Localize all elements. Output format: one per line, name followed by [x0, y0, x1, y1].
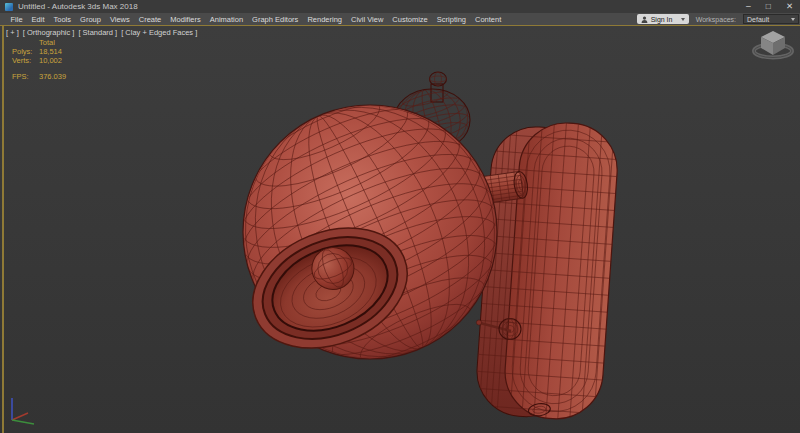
sign-in-button[interactable]: Sign In — [637, 14, 689, 24]
menu-modifiers[interactable]: Modifiers — [166, 15, 205, 24]
3ds-max-app-icon — [5, 3, 13, 11]
close-button[interactable]: ✕ — [786, 0, 793, 13]
menu-items: File Edit Tools Group Views Create Modif… — [0, 15, 505, 24]
viewcube[interactable] — [754, 31, 792, 58]
world-axis-tripod-icon — [12, 398, 34, 424]
title-bar: Untitled - Autodesk 3ds Max 2018 – □ ✕ — [0, 0, 800, 13]
menu-file[interactable]: File — [6, 15, 27, 24]
viewport-standard-menu[interactable]: [ Standard ] — [78, 28, 117, 37]
window-title: Untitled - Autodesk 3ds Max 2018 — [18, 2, 138, 11]
menu-tools[interactable]: Tools — [49, 15, 76, 24]
menu-graph-editors[interactable]: Graph Editors — [248, 15, 303, 24]
minimize-button[interactable]: – — [746, 0, 751, 13]
viewport-plus-menu[interactable]: [ + ] — [6, 28, 19, 37]
model-wall-plate — [472, 116, 623, 424]
person-icon — [641, 16, 648, 23]
3ds-max-window: Untitled - Autodesk 3ds Max 2018 – □ ✕ F… — [0, 0, 800, 433]
sign-in-label: Sign In — [651, 16, 673, 23]
stats-verts-value: 10,002 — [39, 56, 66, 65]
menu-group[interactable]: Group — [76, 15, 106, 24]
chevron-down-icon — [681, 18, 685, 21]
viewport-label: [ + ] [ Orthographic ] [ Standard ] [ Cl… — [6, 28, 197, 37]
menu-customize[interactable]: Customize — [388, 15, 432, 24]
maximize-button[interactable]: □ — [766, 0, 771, 13]
stats-fps-value: 376.039 — [39, 72, 66, 81]
statistics-overlay: Total Polys:18,514 Verts:10,002 FPS:376.… — [12, 38, 66, 81]
stats-fps-label: FPS: — [12, 72, 39, 81]
menu-create[interactable]: Create — [134, 15, 166, 24]
stats-polys-value: 18,514 — [39, 47, 66, 56]
stats-verts-label: Verts: — [12, 56, 39, 65]
viewport-pov-menu[interactable]: [ Orthographic ] — [23, 28, 75, 37]
menu-scripting[interactable]: Scripting — [432, 15, 470, 24]
menu-bar: File Edit Tools Group Views Create Modif… — [0, 13, 800, 25]
workspace-dropdown[interactable]: Default — [743, 14, 799, 24]
menu-rendering[interactable]: Rendering — [303, 15, 347, 24]
menu-views[interactable]: Views — [105, 15, 134, 24]
viewport-shading-menu[interactable]: [ Clay + Edged Faces ] — [121, 28, 197, 37]
workspaces-label: Workspaces: — [696, 16, 736, 23]
menu-content[interactable]: Content — [470, 15, 505, 24]
menu-civil-view[interactable]: Civil View — [346, 15, 387, 24]
active-viewport-border — [2, 26, 4, 433]
viewport[interactable]: [ + ] [ Orthographic ] [ Standard ] [ Cl… — [0, 25, 800, 433]
viewport-canvas[interactable] — [0, 26, 800, 433]
stats-total-label: Total — [39, 38, 66, 47]
chevron-down-icon — [791, 18, 795, 21]
stats-polys-label: Polys: — [12, 47, 39, 56]
menu-edit[interactable]: Edit — [27, 15, 49, 24]
workspace-value: Default — [747, 16, 769, 23]
menu-animation[interactable]: Animation — [205, 15, 247, 24]
